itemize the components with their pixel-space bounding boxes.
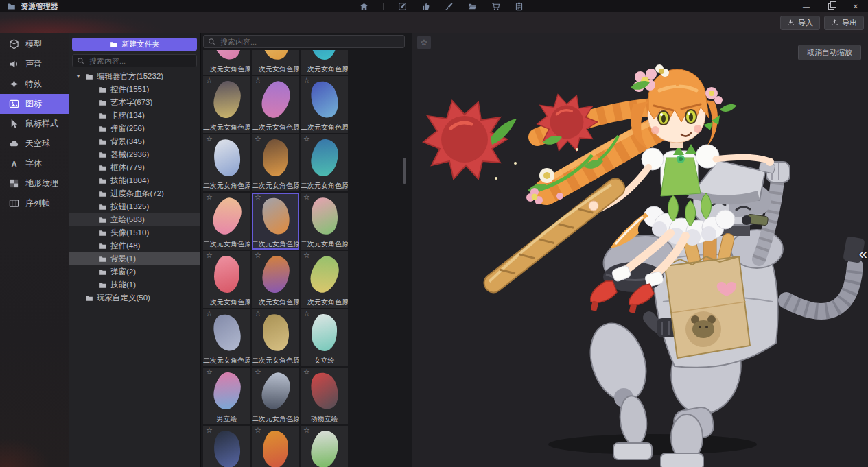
favorite-star-icon[interactable]: ☆ [206, 134, 213, 143]
favorite-star-icon[interactable]: ☆ [206, 368, 213, 376]
asset-card[interactable]: ☆动物立绘 [301, 368, 348, 424]
favorite-star-icon[interactable]: ☆ [206, 309, 213, 318]
tree-item[interactable]: 立绘(583) [69, 213, 200, 226]
asset-label: 二次元女角色原画 [301, 298, 348, 307]
sidebar-item-sequence-frames[interactable]: 序列帧 [0, 193, 69, 213]
folder-search-input[interactable] [88, 56, 192, 66]
favorite-star-icon[interactable]: ☆ [255, 309, 261, 318]
tree-item[interactable]: 框体(779) [69, 161, 200, 174]
tree-item[interactable]: 弹窗(2) [69, 265, 200, 278]
tree-item[interactable]: 卡牌(134) [69, 109, 200, 122]
favorite-star-icon[interactable]: ☆ [206, 426, 213, 435]
asset-card[interactable]: ☆ [252, 426, 299, 467]
tree-item[interactable]: 弹窗(256) [69, 122, 200, 135]
favorite-star-icon[interactable]: ☆ [303, 309, 310, 318]
library-search-input[interactable] [219, 37, 400, 47]
export-button[interactable]: 导出 [824, 16, 864, 30]
favorite-star-icon[interactable]: ☆ [303, 368, 310, 376]
folder-icon [99, 190, 107, 198]
folder-icon [99, 86, 107, 94]
asset-card[interactable]: ☆二次元女角色原画 [301, 50, 348, 75]
asset-card[interactable]: ☆二次元女角色原画 [252, 309, 299, 366]
tree-item[interactable]: 艺术字(673) [69, 96, 200, 109]
asset-card[interactable]: ☆二次元女角色原画 [301, 193, 348, 250]
asset-card[interactable]: ☆二次元女角色原画 [252, 368, 299, 424]
sidebar-item-icons[interactable]: 图标 [0, 94, 69, 114]
cloud-icon [9, 139, 19, 149]
asset-card[interactable]: ☆二次元女角色原画 [203, 309, 250, 366]
tree-item[interactable]: 技能(1804) [69, 174, 200, 187]
restore-button[interactable] [819, 0, 843, 12]
favorite-star-icon[interactable]: ☆ [255, 368, 261, 376]
asset-label: 二次元女角色原画 [203, 181, 250, 191]
favorite-star-button[interactable]: ☆ [417, 36, 431, 49]
favorite-star-icon[interactable]: ☆ [255, 193, 261, 202]
favorite-star-icon[interactable]: ☆ [255, 134, 261, 143]
tree-item[interactable]: 器械(2936) [69, 148, 200, 161]
sidebar-item-model[interactable]: 模型 [0, 34, 69, 54]
tree-item[interactable]: 背景(1) [69, 252, 200, 265]
asset-card[interactable]: ☆二次元女角色原画 [203, 76, 250, 133]
home-icon[interactable] [360, 2, 368, 11]
tree-item[interactable]: ▾编辑器官方(15232) [69, 70, 200, 83]
tree-item[interactable]: 按钮(1325) [69, 200, 200, 213]
minimize-button[interactable]: — [794, 0, 819, 12]
asset-card[interactable]: ☆二次元女角色原画 [203, 134, 250, 191]
favorite-star-icon[interactable]: ☆ [255, 426, 261, 435]
favorite-star-icon[interactable]: ☆ [303, 193, 310, 202]
sidebar-item-sound[interactable]: 声音 [0, 54, 69, 74]
collapse-panel-icon[interactable]: « [859, 247, 867, 262]
favorite-star-icon[interactable]: ☆ [255, 76, 261, 85]
favorite-star-icon[interactable]: ☆ [303, 134, 310, 143]
sidebar-item-terrain-texture[interactable]: 地形纹理 [0, 173, 69, 193]
cancel-auto-zoom-button[interactable]: 取消自动缩放 [798, 45, 861, 60]
asset-card[interactable]: ☆二次元女角色原画 [301, 76, 348, 133]
favorite-star-icon[interactable]: ☆ [303, 76, 310, 85]
asset-card[interactable]: ☆二次元女角色原画 [203, 193, 250, 250]
asset-card[interactable]: ☆二次元女角色原画 [252, 251, 299, 308]
edit-icon[interactable] [398, 2, 407, 11]
thumb-up-icon[interactable] [421, 2, 430, 11]
new-folder-button[interactable]: 新建文件夹 [72, 38, 197, 51]
asset-card[interactable]: ☆二次元女角色原画 [203, 251, 250, 308]
favorite-star-icon[interactable]: ☆ [206, 76, 213, 85]
favorite-star-icon[interactable]: ☆ [206, 251, 213, 260]
cart-icon[interactable] [491, 2, 500, 11]
caret-down-icon[interactable]: ▾ [75, 73, 82, 80]
tree-item[interactable]: 玩家自定义(50) [69, 291, 200, 304]
sidebar-item-effects[interactable]: 特效 [0, 74, 69, 94]
grid-scrollbar-thumb[interactable] [403, 158, 406, 184]
asset-card[interactable]: ☆二次元女角色原画 [203, 50, 250, 75]
tree-item[interactable]: 进度条血条(72) [69, 187, 200, 200]
clipboard-icon[interactable] [515, 2, 524, 11]
asset-label: 二次元女角色原画 [301, 181, 348, 191]
asset-card[interactable]: ☆ [301, 426, 348, 467]
tree-item[interactable]: 控件(1551) [69, 83, 200, 96]
asset-label: 男立绘 [203, 414, 250, 424]
asset-card[interactable]: ☆二次元女角色原画 [301, 134, 348, 191]
favorite-star-icon[interactable]: ☆ [255, 251, 261, 260]
tree-item[interactable]: 背景(345) [69, 135, 200, 148]
import-button[interactable]: 导入 [780, 16, 820, 30]
asset-card[interactable]: ☆男立绘 [203, 368, 250, 424]
asset-card[interactable]: ☆二次元女角色原画 [252, 76, 299, 133]
asset-card[interactable]: ☆二次元女角色原画 [252, 134, 299, 191]
folder-open-icon[interactable] [468, 2, 477, 11]
favorite-star-icon[interactable]: ☆ [206, 193, 213, 202]
asset-card[interactable]: ☆二次元女角色原画 [301, 251, 348, 308]
sidebar-item-cursor-style[interactable]: 鼠标样式 [0, 114, 69, 134]
asset-card[interactable]: ☆女立绘 [301, 309, 348, 366]
sidebar-item-label: 字体 [25, 158, 42, 169]
tree-item[interactable]: 技能(1) [69, 278, 200, 291]
sidebar-item-skybox[interactable]: 天空球 [0, 134, 69, 154]
sidebar-item-font[interactable]: A字体 [0, 154, 69, 173]
asset-card[interactable]: ☆二次元女角色原画 [252, 193, 299, 250]
asset-card[interactable]: ☆二次元女角色原画 [252, 50, 299, 75]
tree-item[interactable]: 控件(48) [69, 239, 200, 252]
brush-icon[interactable] [445, 2, 454, 11]
favorite-star-icon[interactable]: ☆ [303, 251, 310, 260]
favorite-star-icon[interactable]: ☆ [303, 426, 310, 435]
asset-card[interactable]: ☆ [203, 426, 250, 467]
tree-item[interactable]: 头像(1510) [69, 226, 200, 239]
close-button[interactable]: ✕ [843, 0, 868, 12]
